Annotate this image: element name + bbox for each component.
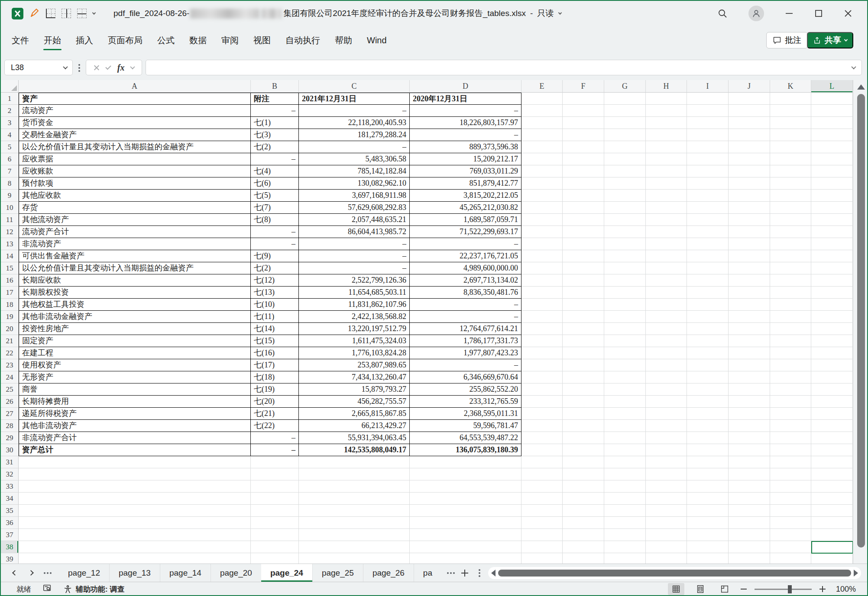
menu-item-formulas[interactable]: 公式 [150,26,182,55]
row-header-15[interactable]: 15 [1,262,19,274]
menu-item-review[interactable]: 审阅 [214,26,246,55]
row-header-13[interactable]: 13 [1,238,19,250]
cell-A12[interactable]: 流动资产合计 [19,226,251,238]
cell-A16[interactable]: 长期应收款 [19,274,251,287]
scroll-up-icon[interactable] [857,84,865,90]
cell-A25[interactable]: 商誉 [19,383,251,396]
cell-B16[interactable]: 七(12) [251,274,299,287]
cell-D13[interactable]: – [410,238,521,250]
cell-D27[interactable]: 2,368,595,011.31 [410,408,521,420]
sheet-tab-page_14[interactable]: page_14 [160,564,211,582]
cell-D20[interactable]: 12,764,677,614.21 [410,323,521,335]
row-header-12[interactable]: 12 [1,226,19,238]
cell-C3[interactable]: 22,118,200,405.93 [299,117,410,129]
cell-D10[interactable]: 45,265,212,030.82 [410,202,521,214]
cell-D11[interactable]: 1,689,587,059.71 [410,214,521,226]
borders-icon-1[interactable] [46,9,55,18]
cell-B26[interactable]: 七(20) [251,396,299,408]
sheet-overflow-right-icon[interactable] [450,572,452,574]
cell-B24[interactable]: 七(18) [251,371,299,383]
column-header-C[interactable]: C [299,80,410,93]
cell-A13[interactable]: 非流动资产 [19,238,251,250]
cell-A8[interactable]: 预付款项 [19,177,251,190]
cell-A11[interactable]: 其他流动资产 [19,214,251,226]
row-header-10[interactable]: 10 [1,202,19,214]
cell-C12[interactable]: 86,604,413,985.72 [299,226,410,238]
paintbrush-icon[interactable] [29,7,40,19]
row-header-19[interactable]: 19 [1,311,19,323]
h-scrollbar-thumb[interactable] [498,570,851,577]
cell-C8[interactable]: 130,082,962.10 [299,177,410,190]
row-header-9[interactable]: 9 [1,190,19,202]
cancel-icon[interactable] [94,64,100,71]
cell-D14[interactable]: 22,237,176,721.05 [410,250,521,262]
cell-B3[interactable]: 七(1) [251,117,299,129]
row-header-16[interactable]: 16 [1,274,19,287]
column-header-L[interactable]: L [811,80,853,93]
column-header-E[interactable]: E [521,80,563,93]
row-header-17[interactable]: 17 [1,287,19,299]
row-header-20[interactable]: 20 [1,323,19,335]
cell-A9[interactable]: 其他应收款 [19,190,251,202]
cell-A24[interactable]: 无形资产 [19,371,251,383]
borders-icon-3[interactable] [77,9,87,18]
cell-A2[interactable]: 流动资产 [19,105,251,117]
column-header-F[interactable]: F [563,80,604,93]
cell-A22[interactable]: 在建工程 [19,347,251,359]
cell-B18[interactable]: 七(10) [251,299,299,311]
cell-C18[interactable]: 11,831,862,107.96 [299,299,410,311]
cell-A28[interactable]: 其他非流动资产 [19,420,251,432]
cell-C30[interactable]: 142,535,808,049.17 [299,444,410,456]
row-header-18[interactable]: 18 [1,299,19,311]
cell-B13[interactable]: – [251,238,299,250]
cell-A29[interactable]: 非流动资产合计 [19,432,251,444]
cell-C20[interactable]: 13,220,197,512.79 [299,323,410,335]
cell-C1[interactable]: 2021年12月31日 [299,93,410,105]
row-header-2[interactable]: 2 [1,105,19,117]
cell-A15[interactable]: 以公允价值计量且其变动计入当期损益的金融资产 [19,262,251,274]
menu-item-data[interactable]: 数据 [182,26,214,55]
row-header-31[interactable]: 31 [1,456,19,468]
view-normal-button[interactable] [668,583,684,595]
cell-C24[interactable]: 7,434,132,260.47 [299,371,410,383]
cell-D26[interactable]: 233,312,765.59 [410,396,521,408]
cell-C6[interactable]: 5,483,306.58 [299,153,410,165]
row-header-38[interactable]: 38 [1,541,19,553]
cell-D24[interactable]: 6,346,669,670.64 [410,371,521,383]
column-header-J[interactable]: J [729,80,770,93]
cell-D25[interactable]: 255,862,552.20 [410,383,521,396]
row-header-23[interactable]: 23 [1,359,19,371]
row-header-34[interactable]: 34 [1,493,19,505]
cell-A6[interactable]: 应收票据 [19,153,251,165]
cell-C28[interactable]: 66,213,429.27 [299,420,410,432]
cell-C5[interactable]: – [299,141,410,153]
cell-D2[interactable]: – [410,105,521,117]
view-page-break-button[interactable] [716,583,733,595]
cell-B20[interactable]: 七(14) [251,323,299,335]
cell-D4[interactable]: – [410,129,521,141]
cell-B14[interactable]: 七(9) [251,250,299,262]
cell-B15[interactable]: 七(2) [251,262,299,274]
menu-item-insert[interactable]: 插入 [68,26,100,55]
cell-A26[interactable]: 长期待摊费用 [19,396,251,408]
sheet-tab-page_26[interactable]: page_26 [363,564,414,582]
row-header-37[interactable]: 37 [1,529,19,541]
row-header-3[interactable]: 3 [1,117,19,129]
cell-B6[interactable]: – [251,153,299,165]
formula-bar-expand-icon[interactable] [851,64,856,69]
row-header-5[interactable]: 5 [1,141,19,153]
cell-D8[interactable]: 851,879,412.77 [410,177,521,190]
cell-A23[interactable]: 使用权资产 [19,359,251,371]
v-scrollbar[interactable] [853,80,868,564]
quick-access-dropdown-icon[interactable] [92,11,96,14]
cell-B17[interactable]: 七(13) [251,287,299,299]
cell-C11[interactable]: 2,057,448,635.21 [299,214,410,226]
menu-item-help[interactable]: 帮助 [327,26,360,55]
cell-D28[interactable]: 59,596,781.47 [410,420,521,432]
active-cell[interactable] [811,541,853,554]
avatar[interactable] [748,6,764,21]
cell-C7[interactable]: 785,142,182.84 [299,165,410,177]
name-box[interactable]: L38 [4,60,73,75]
row-header-14[interactable]: 14 [1,250,19,262]
cell-B11[interactable]: 七(8) [251,214,299,226]
